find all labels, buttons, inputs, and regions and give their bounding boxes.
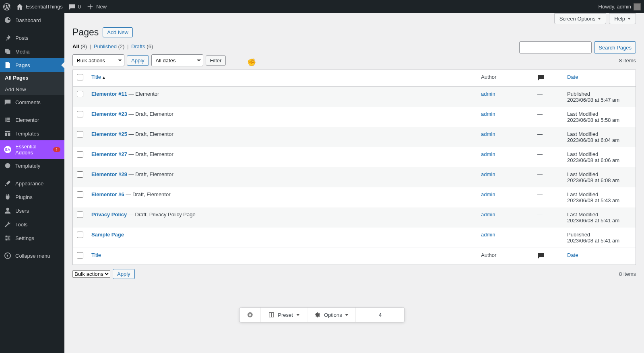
screen-options-tab[interactable]: Screen Options — [554, 13, 607, 24]
wordpress-icon — [3, 3, 10, 10]
row-checkbox[interactable] — [77, 111, 83, 117]
col-title-sort-foot[interactable]: Title — [91, 252, 101, 258]
menu-media[interactable]: Media — [0, 45, 64, 58]
page-title-suffix: — Elementor — [127, 91, 159, 97]
items-count: 8 items — [619, 57, 636, 64]
filter-button[interactable]: Filter — [206, 55, 226, 66]
filter-drafts[interactable]: Drafts — [131, 43, 145, 49]
col-date-sort[interactable]: Date — [567, 74, 578, 80]
page-title-link[interactable]: Elementor #27 — [91, 151, 127, 157]
select-all-checkbox[interactable] — [77, 74, 83, 80]
site-link[interactable]: EssentialThings — [16, 3, 63, 10]
row-checkbox[interactable] — [77, 131, 83, 138]
menu-pages[interactable]: Pages — [0, 58, 64, 72]
col-date-sort-foot[interactable]: Date — [567, 252, 578, 258]
apply-button-bottom[interactable]: Apply — [113, 269, 135, 279]
menu-collapse[interactable]: Collapse menu — [0, 249, 64, 263]
add-new-button[interactable]: Add New — [103, 27, 133, 37]
comments-link[interactable]: 0 — [68, 3, 81, 10]
row-checkbox[interactable] — [77, 211, 83, 218]
col-title-sort[interactable]: Title▲ — [91, 74, 106, 80]
row-checkbox[interactable] — [77, 91, 83, 97]
page-title-link[interactable]: Elementor #29 — [91, 171, 127, 177]
svg-rect-2 — [7, 119, 10, 121]
close-icon — [247, 312, 253, 318]
col-comments-foot[interactable] — [533, 248, 563, 265]
svg-point-5 — [6, 208, 9, 211]
submenu-all-pages[interactable]: All Pages — [0, 72, 64, 84]
menu-label: Media — [15, 49, 29, 55]
author-link[interactable]: admin — [481, 171, 495, 177]
date-cell: Last Modified2023/06/08 at 6:08 am — [563, 167, 636, 187]
filter-published[interactable]: Published — [94, 43, 117, 49]
help-tab[interactable]: Help — [609, 13, 636, 24]
menu-label: Users — [15, 208, 29, 214]
search-input[interactable] — [519, 41, 592, 53]
collapse-icon — [4, 252, 11, 259]
date-cell: Last Modified2023/06/08 at 5:41 am — [563, 207, 636, 228]
page-title-link[interactable]: Elementor #23 — [91, 111, 127, 117]
menu-elementor[interactable]: Elementor — [0, 113, 64, 127]
row-checkbox[interactable] — [77, 151, 83, 158]
user-icon — [4, 207, 11, 214]
svg-rect-0 — [6, 118, 7, 122]
floating-toolbar: Preset Options 4 — [239, 307, 405, 322]
author-link[interactable]: admin — [481, 151, 495, 157]
page-title-suffix: — Draft, Elementor — [127, 131, 173, 137]
page-title-link[interactable]: Elementor #11 — [91, 91, 127, 97]
menu-essential-addons[interactable]: EAEssential Addons1 — [0, 140, 64, 159]
page-title-link[interactable]: Privacy Policy — [91, 211, 127, 218]
submenu-add-new[interactable]: Add New — [0, 84, 64, 95]
date-cell: Last Modified2023/06/08 at 6:06 am — [563, 147, 636, 167]
col-comments[interactable] — [533, 70, 563, 87]
ea-icon: EA — [4, 146, 11, 153]
author-link[interactable]: admin — [481, 211, 495, 218]
menu-comments[interactable]: Comments — [0, 95, 64, 109]
author-link[interactable]: admin — [481, 232, 495, 238]
apply-button[interactable]: Apply — [127, 55, 149, 66]
update-badge: 1 — [53, 147, 60, 152]
date-filter-select[interactable]: All dates — [151, 54, 203, 66]
new-link[interactable]: New — [87, 3, 107, 10]
menu-plugins[interactable]: Plugins — [0, 190, 64, 204]
filter-all[interactable]: All (8) — [72, 43, 87, 49]
search-pages-button[interactable]: Search Pages — [594, 41, 636, 53]
page-title-suffix: — Draft, Elementor — [124, 191, 171, 197]
page-title-link[interactable]: Sample Page — [91, 232, 124, 238]
comments-cell: — — [533, 187, 563, 207]
floatbar-preset[interactable]: Preset — [261, 308, 307, 322]
menu-templates[interactable]: Templates — [0, 127, 64, 140]
menu-tools[interactable]: Tools — [0, 218, 64, 231]
bulk-actions-select[interactable]: Bulk actions — [72, 54, 124, 66]
floatbar-close[interactable] — [239, 308, 261, 322]
table-row: Elementor #23 — Draft, Elementor admin —… — [73, 107, 636, 127]
page-title-link[interactable]: Elementor #25 — [91, 131, 127, 137]
floatbar-options[interactable]: Options — [307, 308, 356, 322]
wrench-icon — [4, 221, 11, 228]
row-checkbox[interactable] — [77, 191, 83, 198]
floatbar-value[interactable]: 4 — [356, 308, 405, 322]
menu-posts[interactable]: Posts — [0, 31, 64, 45]
menu-label: Plugins — [15, 194, 33, 200]
comments-cell: — — [533, 207, 563, 228]
author-link[interactable]: admin — [481, 91, 495, 97]
wp-logo[interactable] — [3, 3, 10, 10]
page-title-link[interactable]: Elementor #6 — [91, 191, 124, 197]
menu-dashboard[interactable]: Dashboard — [0, 13, 64, 27]
comments-cell: — — [533, 167, 563, 187]
row-checkbox[interactable] — [77, 232, 83, 238]
menu-templately[interactable]: Templately — [0, 159, 64, 172]
table-row: Sample Page admin — Published2023/06/08 … — [73, 228, 636, 248]
howdy[interactable]: Howdy, admin — [599, 3, 641, 10]
author-link[interactable]: admin — [481, 111, 495, 117]
bulk-actions-select-bottom[interactable]: Bulk actions — [72, 270, 110, 278]
svg-point-9 — [6, 236, 8, 237]
menu-settings[interactable]: Settings — [0, 231, 64, 245]
row-checkbox[interactable] — [77, 171, 83, 178]
author-link[interactable]: admin — [481, 131, 495, 137]
menu-users[interactable]: Users — [0, 204, 64, 218]
table-row: Elementor #11 — Elementor admin — Publis… — [73, 87, 636, 107]
select-all-checkbox-foot[interactable] — [77, 252, 83, 259]
menu-appearance[interactable]: Appearance — [0, 176, 64, 190]
author-link[interactable]: admin — [481, 191, 495, 197]
